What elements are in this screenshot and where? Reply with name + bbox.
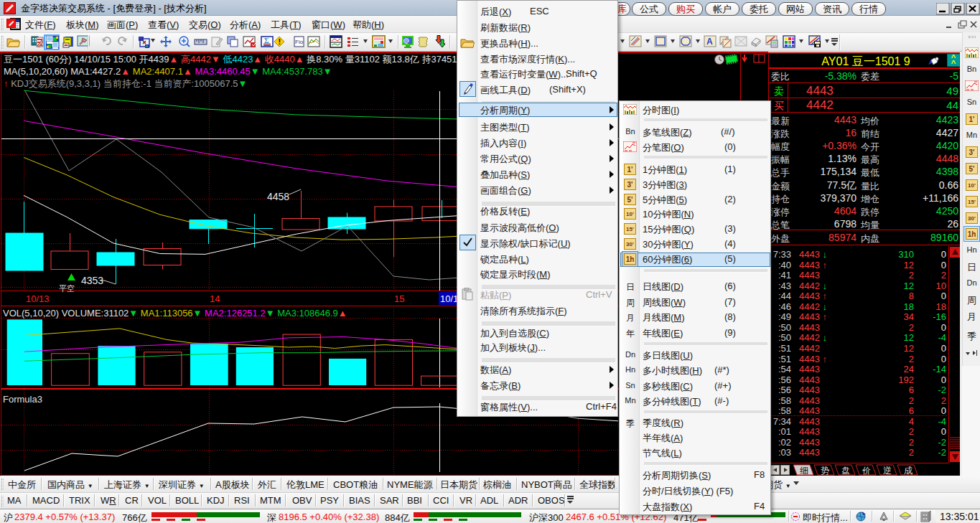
svg-text:Fio: Fio (295, 39, 304, 45)
svg-text:4353: 4353 (81, 275, 103, 286)
svg-text:15: 15 (394, 293, 404, 304)
svg-text:细: 细 (800, 466, 808, 476)
svg-text:4458: 4458 (267, 191, 289, 202)
svg-text:10/13: 10/13 (26, 293, 50, 304)
svg-text:平空: 平空 (59, 284, 75, 293)
svg-text:势: 势 (821, 466, 829, 476)
svg-text:逆: 逆 (883, 466, 892, 476)
svg-text:Σ: Σ (264, 37, 269, 44)
svg-text:!: ! (279, 37, 281, 46)
svg-text:A: A (706, 37, 713, 47)
svg-text:14: 14 (210, 293, 220, 304)
svg-text:盘: 盘 (841, 466, 850, 476)
svg-text:10/1: 10/1 (440, 293, 458, 304)
svg-text:价: 价 (862, 466, 871, 476)
svg-text:成: 成 (904, 466, 913, 476)
